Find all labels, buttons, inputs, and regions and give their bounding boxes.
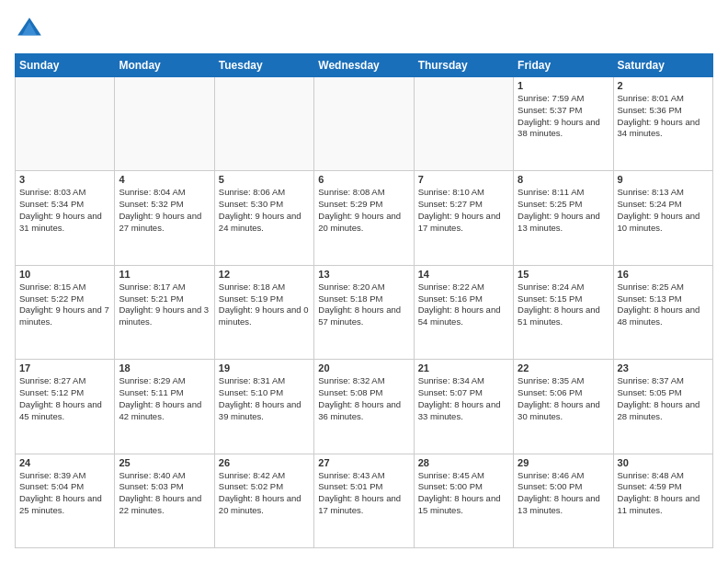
- day-info: Sunrise: 8:27 AM Sunset: 5:12 PM Dayligh…: [19, 375, 110, 422]
- day-info: Sunrise: 8:24 AM Sunset: 5:15 PM Dayligh…: [518, 282, 609, 328]
- day-number: 12: [219, 269, 310, 280]
- day-info: Sunrise: 8:34 AM Sunset: 5:07 PM Dayligh…: [418, 375, 509, 422]
- calendar-cell: 19Sunrise: 8:31 AM Sunset: 5:10 PM Dayli…: [214, 360, 313, 454]
- calendar-week-row: 3Sunrise: 8:03 AM Sunset: 5:34 PM Daylig…: [16, 171, 713, 265]
- calendar-cell: 29Sunrise: 8:46 AM Sunset: 5:00 PM Dayli…: [514, 454, 613, 547]
- calendar-cell: 7Sunrise: 8:10 AM Sunset: 5:27 PM Daylig…: [414, 171, 513, 265]
- calendar-cell: [214, 77, 313, 171]
- logo: [15, 15, 48, 44]
- calendar-cell: 16Sunrise: 8:25 AM Sunset: 5:13 PM Dayli…: [613, 265, 712, 359]
- day-info: Sunrise: 8:15 AM Sunset: 5:22 PM Dayligh…: [19, 282, 110, 328]
- day-number: 9: [618, 174, 709, 185]
- calendar-cell: 12Sunrise: 8:18 AM Sunset: 5:19 PM Dayli…: [214, 265, 313, 359]
- weekday-header: Saturday: [613, 54, 712, 77]
- calendar-cell: [115, 77, 214, 171]
- calendar-body: 1Sunrise: 7:59 AM Sunset: 5:37 PM Daylig…: [16, 77, 713, 548]
- day-info: Sunrise: 7:59 AM Sunset: 5:37 PM Dayligh…: [518, 93, 609, 140]
- day-number: 24: [19, 457, 110, 468]
- day-info: Sunrise: 8:18 AM Sunset: 5:19 PM Dayligh…: [219, 282, 310, 328]
- day-number: 2: [618, 80, 709, 91]
- weekday-header: Thursday: [414, 54, 513, 77]
- day-info: Sunrise: 8:31 AM Sunset: 5:10 PM Dayligh…: [219, 375, 310, 422]
- day-info: Sunrise: 8:46 AM Sunset: 5:00 PM Dayligh…: [518, 470, 609, 517]
- day-number: 26: [219, 457, 310, 468]
- day-info: Sunrise: 8:06 AM Sunset: 5:30 PM Dayligh…: [219, 187, 310, 234]
- day-info: Sunrise: 8:29 AM Sunset: 5:11 PM Dayligh…: [119, 375, 210, 422]
- calendar-week-row: 24Sunrise: 8:39 AM Sunset: 5:04 PM Dayli…: [16, 454, 713, 547]
- calendar-header: SundayMondayTuesdayWednesdayThursdayFrid…: [16, 54, 713, 77]
- day-number: 8: [518, 174, 609, 185]
- day-info: Sunrise: 8:39 AM Sunset: 5:04 PM Dayligh…: [19, 470, 110, 517]
- day-info: Sunrise: 8:10 AM Sunset: 5:27 PM Dayligh…: [418, 187, 509, 234]
- day-number: 16: [618, 269, 709, 280]
- calendar-cell: 27Sunrise: 8:43 AM Sunset: 5:01 PM Dayli…: [314, 454, 414, 547]
- calendar-cell: 20Sunrise: 8:32 AM Sunset: 5:08 PM Dayli…: [314, 360, 414, 454]
- weekday-header: Monday: [115, 54, 214, 77]
- calendar-cell: 11Sunrise: 8:17 AM Sunset: 5:21 PM Dayli…: [115, 265, 214, 359]
- day-info: Sunrise: 8:32 AM Sunset: 5:08 PM Dayligh…: [318, 375, 409, 422]
- calendar-cell: 5Sunrise: 8:06 AM Sunset: 5:30 PM Daylig…: [214, 171, 313, 265]
- day-info: Sunrise: 8:45 AM Sunset: 5:00 PM Dayligh…: [418, 470, 509, 517]
- day-number: 22: [518, 362, 609, 373]
- calendar-cell: 4Sunrise: 8:04 AM Sunset: 5:32 PM Daylig…: [115, 171, 214, 265]
- calendar-cell: 26Sunrise: 8:42 AM Sunset: 5:02 PM Dayli…: [214, 454, 313, 547]
- calendar-cell: 15Sunrise: 8:24 AM Sunset: 5:15 PM Dayli…: [514, 265, 613, 359]
- weekday-header: Sunday: [16, 54, 115, 77]
- day-number: 7: [418, 174, 509, 185]
- day-number: 19: [219, 362, 310, 373]
- day-number: 15: [518, 269, 609, 280]
- day-info: Sunrise: 8:11 AM Sunset: 5:25 PM Dayligh…: [518, 187, 609, 234]
- calendar-cell: 8Sunrise: 8:11 AM Sunset: 5:25 PM Daylig…: [514, 171, 613, 265]
- calendar-cell: 22Sunrise: 8:35 AM Sunset: 5:06 PM Dayli…: [514, 360, 613, 454]
- day-info: Sunrise: 8:13 AM Sunset: 5:24 PM Dayligh…: [618, 187, 709, 234]
- calendar-cell: 14Sunrise: 8:22 AM Sunset: 5:16 PM Dayli…: [414, 265, 513, 359]
- day-info: Sunrise: 8:37 AM Sunset: 5:05 PM Dayligh…: [618, 375, 709, 422]
- day-info: Sunrise: 8:42 AM Sunset: 5:02 PM Dayligh…: [219, 470, 310, 517]
- day-info: Sunrise: 8:48 AM Sunset: 4:59 PM Dayligh…: [618, 470, 709, 517]
- weekday-header: Friday: [514, 54, 613, 77]
- day-info: Sunrise: 8:03 AM Sunset: 5:34 PM Dayligh…: [19, 187, 110, 234]
- logo-icon: [15, 15, 44, 44]
- calendar-cell: 2Sunrise: 8:01 AM Sunset: 5:36 PM Daylig…: [613, 77, 712, 171]
- day-info: Sunrise: 8:04 AM Sunset: 5:32 PM Dayligh…: [119, 187, 210, 234]
- calendar-cell: 25Sunrise: 8:40 AM Sunset: 5:03 PM Dayli…: [115, 454, 214, 547]
- day-info: Sunrise: 8:01 AM Sunset: 5:36 PM Dayligh…: [618, 93, 709, 140]
- day-number: 23: [618, 362, 709, 373]
- calendar-cell: 18Sunrise: 8:29 AM Sunset: 5:11 PM Dayli…: [115, 360, 214, 454]
- calendar-cell: 3Sunrise: 8:03 AM Sunset: 5:34 PM Daylig…: [16, 171, 115, 265]
- weekday-header: Tuesday: [214, 54, 313, 77]
- day-number: 1: [518, 80, 609, 91]
- calendar-cell: 1Sunrise: 7:59 AM Sunset: 5:37 PM Daylig…: [514, 77, 613, 171]
- day-info: Sunrise: 8:08 AM Sunset: 5:29 PM Dayligh…: [318, 187, 409, 234]
- day-number: 18: [119, 362, 210, 373]
- day-number: 17: [19, 362, 110, 373]
- day-info: Sunrise: 8:35 AM Sunset: 5:06 PM Dayligh…: [518, 375, 609, 422]
- day-number: 3: [19, 174, 110, 185]
- day-info: Sunrise: 8:25 AM Sunset: 5:13 PM Dayligh…: [618, 282, 709, 328]
- day-number: 29: [518, 457, 609, 468]
- day-info: Sunrise: 8:20 AM Sunset: 5:18 PM Dayligh…: [318, 282, 409, 328]
- day-number: 13: [318, 269, 409, 280]
- calendar-cell: 17Sunrise: 8:27 AM Sunset: 5:12 PM Dayli…: [16, 360, 115, 454]
- calendar-cell: 30Sunrise: 8:48 AM Sunset: 4:59 PM Dayli…: [613, 454, 712, 547]
- calendar-cell: 24Sunrise: 8:39 AM Sunset: 5:04 PM Dayli…: [16, 454, 115, 547]
- day-number: 30: [618, 457, 709, 468]
- day-info: Sunrise: 8:40 AM Sunset: 5:03 PM Dayligh…: [119, 470, 210, 517]
- weekday-row: SundayMondayTuesdayWednesdayThursdayFrid…: [16, 54, 713, 77]
- calendar-cell: [414, 77, 513, 171]
- calendar-table: SundayMondayTuesdayWednesdayThursdayFrid…: [15, 53, 713, 548]
- day-number: 28: [418, 457, 509, 468]
- calendar-cell: 28Sunrise: 8:45 AM Sunset: 5:00 PM Dayli…: [414, 454, 513, 547]
- day-number: 4: [119, 174, 210, 185]
- calendar-cell: [314, 77, 414, 171]
- day-info: Sunrise: 8:43 AM Sunset: 5:01 PM Dayligh…: [318, 470, 409, 517]
- calendar-cell: 10Sunrise: 8:15 AM Sunset: 5:22 PM Dayli…: [16, 265, 115, 359]
- day-info: Sunrise: 8:17 AM Sunset: 5:21 PM Dayligh…: [119, 282, 210, 328]
- calendar-cell: 21Sunrise: 8:34 AM Sunset: 5:07 PM Dayli…: [414, 360, 513, 454]
- day-number: 27: [318, 457, 409, 468]
- day-number: 5: [219, 174, 310, 185]
- calendar-cell: 9Sunrise: 8:13 AM Sunset: 5:24 PM Daylig…: [613, 171, 712, 265]
- day-info: Sunrise: 8:22 AM Sunset: 5:16 PM Dayligh…: [418, 282, 509, 328]
- calendar-cell: [16, 77, 115, 171]
- day-number: 25: [119, 457, 210, 468]
